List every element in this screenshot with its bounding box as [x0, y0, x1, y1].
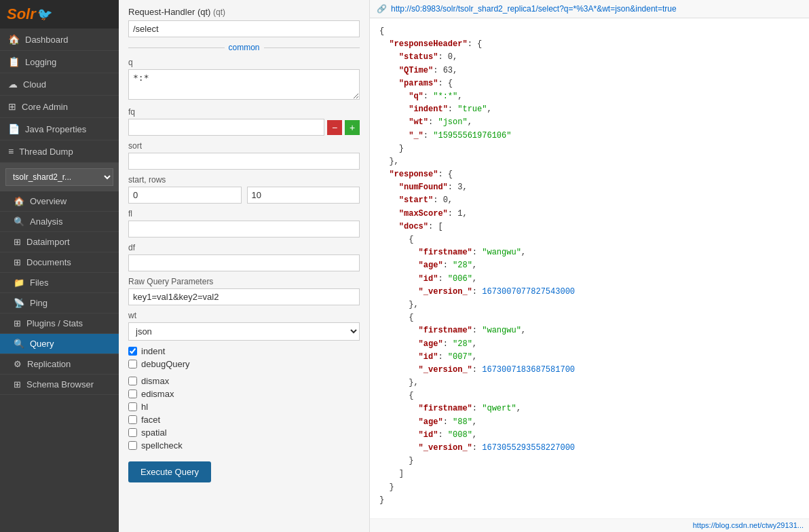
fq-label: fq [128, 107, 360, 117]
dashboard-icon: 🏠 [8, 34, 20, 45]
spellcheck-checkbox[interactable] [128, 441, 137, 450]
logo: Solr 🐦 [0, 0, 119, 28]
q-input[interactable]: *:* [128, 69, 360, 100]
spellcheck-label[interactable]: spellcheck [141, 440, 183, 451]
start-rows-group: start, rows [128, 175, 360, 204]
cloud-icon: ☁ [8, 79, 18, 90]
dismax-checkbox-row: dismax [128, 376, 360, 386]
execute-query-button[interactable]: Execute Query [128, 461, 211, 482]
start-input[interactable] [128, 187, 242, 204]
raw-query-group: Raw Query Parameters [128, 277, 360, 305]
plugins-stats-core-nav-item[interactable]: ⊞ Plugins / Stats [0, 314, 119, 334]
schema-browser-core-nav-item[interactable]: ⊞ Schema Browser [0, 375, 119, 395]
dataimport-label: Dataimport [26, 237, 70, 247]
java-properties-label: Java Properties [25, 124, 86, 134]
ping-label: Ping [30, 298, 48, 308]
core-selector[interactable]: tsolr_shard2_r... [5, 168, 113, 186]
fq-input[interactable] [128, 119, 324, 136]
indent-checkbox-row: indent [128, 346, 360, 356]
fq-minus-button[interactable]: − [327, 120, 342, 135]
df-input[interactable] [128, 254, 360, 271]
logging-label: Logging [25, 57, 56, 67]
request-handler-input[interactable] [128, 20, 360, 37]
indent-label[interactable]: indent [141, 346, 165, 356]
df-label: df [128, 243, 360, 252]
query-panel: Request-Handler (qt) (qt) common q *:* f… [119, 0, 370, 532]
hl-label[interactable]: hl [141, 402, 148, 412]
java-properties-nav-item[interactable]: 📄 Java Properties [0, 118, 119, 140]
q-group: q *:* [128, 58, 360, 102]
thread-dump-nav-item[interactable]: ≡ Thread Dump [0, 140, 119, 163]
result-url: http://s0:8983/solr/tsolr_shard2_replica… [391, 4, 677, 14]
raw-query-label: Raw Query Parameters [128, 277, 360, 286]
files-core-nav-item[interactable]: 📁 Files [0, 273, 119, 293]
debug-query-label[interactable]: debugQuery [141, 359, 190, 369]
core-selector-container: tsolr_shard2_r... [0, 163, 119, 191]
facet-label[interactable]: facet [141, 415, 160, 425]
sort-group: sort [128, 141, 360, 170]
request-handler-label: Request-Handler (qt) (qt) [128, 7, 360, 17]
checkboxes-section: dismax edismax hl facet spatial [128, 376, 360, 451]
hl-checkbox-row: hl [128, 402, 360, 412]
analysis-icon: 🔍 [14, 216, 24, 227]
documents-core-nav-item[interactable]: ⊞ Documents [0, 252, 119, 273]
edismax-label[interactable]: edismax [141, 389, 174, 399]
overview-icon: 🏠 [14, 196, 24, 206]
fl-label: fl [128, 209, 360, 218]
analysis-label: Analysis [30, 216, 62, 227]
analysis-core-nav-item[interactable]: 🔍 Analysis [0, 212, 119, 232]
sort-label: sort [128, 141, 360, 151]
start-rows-label: start, rows [128, 175, 360, 185]
facet-checkbox-row: facet [128, 415, 360, 425]
wt-label: wt [128, 311, 360, 320]
df-group: df [128, 243, 360, 271]
result-content: { "responseHeader": { "status": 0, "QTim… [370, 18, 809, 518]
fq-plus-button[interactable]: + [345, 120, 360, 135]
wt-select[interactable]: json xml python ruby php csv [128, 322, 360, 341]
spellcheck-checkbox-row: spellcheck [128, 440, 360, 451]
common-divider: common [128, 43, 360, 52]
dataimport-icon: ⊞ [14, 237, 21, 247]
start-rows-row [128, 187, 360, 204]
raw-query-input[interactable] [128, 288, 360, 305]
thread-dump-icon: ≡ [8, 146, 14, 157]
query-core-nav-item[interactable]: 🔍 Query [0, 334, 119, 354]
fl-input[interactable] [128, 221, 360, 238]
url-icon: 🔗 [377, 4, 387, 14]
replication-icon: ⚙ [14, 359, 22, 369]
hl-checkbox[interactable] [128, 402, 137, 411]
replication-core-nav-item[interactable]: ⚙ Replication [0, 354, 119, 375]
dismax-label[interactable]: dismax [141, 376, 169, 386]
indent-checkbox[interactable] [128, 347, 137, 356]
rows-input[interactable] [247, 187, 360, 204]
core-admin-icon: ⊞ [8, 101, 16, 112]
dataimport-core-nav-item[interactable]: ⊞ Dataimport [0, 232, 119, 252]
ping-icon: 📡 [14, 298, 24, 308]
logging-nav-item[interactable]: 📋 Logging [0, 51, 119, 73]
replication-label: Replication [27, 359, 71, 369]
q-label: q [128, 58, 360, 67]
java-properties-icon: 📄 [8, 124, 20, 134]
core-admin-label: Core Admin [22, 102, 68, 112]
query-icon: 🔍 [14, 339, 24, 349]
cloud-label: Cloud [23, 79, 46, 90]
dashboard-nav-item[interactable]: 🏠 Dashboard [0, 28, 119, 51]
spatial-label[interactable]: spatial [141, 428, 167, 438]
bottom-link[interactable]: https://blog.csdn.net/ctwy29131... [693, 521, 804, 529]
facet-checkbox[interactable] [128, 415, 137, 424]
request-handler-group: Request-Handler (qt) (qt) [128, 7, 360, 37]
overview-core-nav-item[interactable]: 🏠 Overview [0, 191, 119, 212]
result-url-bar: 🔗 http://s0:8983/solr/tsolr_shard2_repli… [370, 0, 809, 18]
plugins-stats-icon: ⊞ [14, 318, 21, 328]
spatial-checkbox-row: spatial [128, 428, 360, 438]
debug-query-checkbox-row: debugQuery [128, 359, 360, 369]
ping-core-nav-item[interactable]: 📡 Ping [0, 293, 119, 314]
sort-input[interactable] [128, 153, 360, 170]
cloud-nav-item[interactable]: ☁ Cloud [0, 73, 119, 96]
debug-query-checkbox[interactable] [128, 360, 137, 368]
core-admin-nav-item[interactable]: ⊞ Core Admin [0, 96, 119, 118]
spatial-checkbox[interactable] [128, 428, 137, 437]
edismax-checkbox[interactable] [128, 390, 137, 398]
dismax-checkbox[interactable] [128, 377, 137, 385]
logo-bird: 🐦 [37, 7, 52, 22]
